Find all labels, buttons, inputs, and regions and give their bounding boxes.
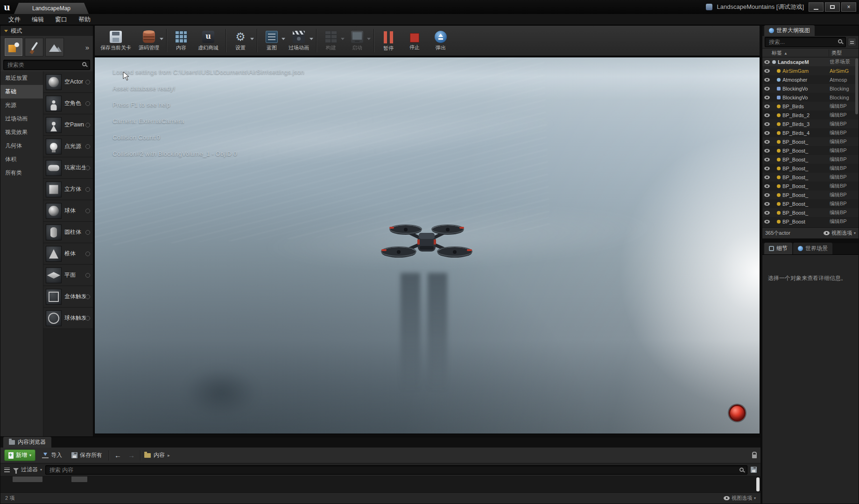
- record-button[interactable]: [729, 405, 746, 421]
- placement-category[interactable]: 过场动画: [0, 112, 43, 126]
- placement-category[interactable]: 体积: [0, 153, 43, 166]
- chevron-right-icon[interactable]: ▸: [168, 453, 170, 458]
- stop-button[interactable]: 停止: [402, 27, 429, 55]
- close-button[interactable]: ×: [841, 2, 856, 12]
- blueprints-button[interactable]: 蓝图: [260, 27, 286, 55]
- visibility-eye-icon[interactable]: [764, 202, 770, 206]
- actor-type-link[interactable]: 编辑BP: [830, 218, 859, 225]
- notification-icon[interactable]: [706, 4, 712, 10]
- actor-type-link[interactable]: 编辑BP: [830, 174, 859, 181]
- import-button[interactable]: 导入: [39, 450, 65, 461]
- visibility-eye-icon[interactable]: [764, 69, 770, 73]
- outliner-search-input[interactable]: [765, 37, 846, 47]
- actor-type-link[interactable]: 编辑BP: [830, 191, 859, 198]
- outliner-row[interactable]: BP_Boost_ 编辑BP: [762, 190, 859, 199]
- drag-grip-icon[interactable]: [85, 187, 90, 192]
- placement-category[interactable]: 基础: [0, 85, 43, 98]
- save-level-button[interactable]: 保存当前关卡: [98, 27, 136, 55]
- content-browser-tab[interactable]: 内容浏览器: [3, 437, 51, 448]
- placeable-item[interactable]: 空Actor: [43, 71, 93, 93]
- placeable-item[interactable]: 椎体: [43, 243, 93, 265]
- save-all-button[interactable]: 保存所有: [69, 450, 105, 461]
- outliner-row[interactable]: BP_Boost_ 编辑BP: [762, 164, 859, 173]
- level-tab[interactable]: LandscapeMap: [14, 3, 89, 14]
- minimize-button[interactable]: [809, 2, 824, 12]
- folder-item[interactable]: [71, 476, 87, 482]
- placeable-item[interactable]: 球体: [43, 200, 93, 222]
- visibility-eye-icon[interactable]: [764, 158, 770, 161]
- landscape-mode-button[interactable]: [45, 38, 64, 56]
- actor-type-link[interactable]: Blocking: [830, 95, 859, 100]
- actor-type-link[interactable]: 编辑BP: [830, 138, 859, 145]
- visibility-eye-icon[interactable]: [764, 131, 770, 135]
- modes-search-input[interactable]: [3, 60, 90, 70]
- save-search-icon[interactable]: [751, 467, 757, 473]
- visibility-eye-icon[interactable]: [764, 184, 770, 188]
- outliner-scrollbar[interactable]: [855, 58, 858, 114]
- settings-button[interactable]: 设置: [228, 27, 254, 55]
- visibility-eye-icon[interactable]: [764, 105, 770, 108]
- outliner-row[interactable]: BlockingVo Blocking: [762, 84, 859, 93]
- actor-type-link[interactable]: AirSimG: [830, 68, 859, 74]
- drag-grip-icon[interactable]: [85, 101, 90, 106]
- drag-grip-icon[interactable]: [85, 144, 90, 149]
- folder-item[interactable]: [13, 476, 42, 482]
- outliner-view-options-button[interactable]: 视图选项 ▾: [824, 230, 856, 237]
- filters-button[interactable]: 过滤器 ▾: [13, 466, 42, 474]
- placeable-item[interactable]: 玩家出生点: [43, 157, 93, 179]
- more-modes-button[interactable]: »: [85, 43, 89, 51]
- chevron-down-icon[interactable]: [310, 38, 313, 40]
- outliner-row[interactable]: BP_Boost_ 编辑BP: [762, 137, 859, 146]
- actor-type-link[interactable]: 编辑BP: [830, 182, 859, 189]
- placeable-item[interactable]: 盒体触发器: [43, 286, 93, 308]
- placement-category[interactable]: 所有类: [0, 166, 43, 180]
- outliner-options-icon[interactable]: [848, 38, 856, 46]
- chevron-down-icon[interactable]: [250, 38, 254, 40]
- drag-grip-icon[interactable]: [85, 80, 90, 84]
- outliner-row[interactable]: LandscapeM 世界场景: [762, 57, 859, 66]
- chevron-down-icon[interactable]: [282, 38, 285, 40]
- lock-icon[interactable]: [752, 455, 757, 458]
- breadcrumb[interactable]: 内容 ▸: [144, 451, 170, 459]
- visibility-eye-icon[interactable]: [764, 60, 770, 64]
- outliner-row[interactable]: BP_Boost 编辑BP: [762, 217, 859, 226]
- visibility-eye-icon[interactable]: [764, 113, 770, 117]
- outliner-row[interactable]: BP_Boost_ 编辑BP: [762, 155, 859, 164]
- place-mode-button[interactable]: [4, 38, 23, 56]
- drag-grip-icon[interactable]: [85, 273, 90, 278]
- world-settings-tab[interactable]: 世界场景: [793, 243, 832, 254]
- type-column-header[interactable]: 类型: [829, 49, 859, 56]
- placeable-item[interactable]: 立方体: [43, 179, 93, 200]
- visibility-eye-icon[interactable]: [764, 175, 770, 179]
- visibility-eye-icon[interactable]: [764, 193, 770, 197]
- outliner-row[interactable]: BP_Boost_ 编辑BP: [762, 208, 859, 217]
- cinematics-button[interactable]: 过场动画: [286, 27, 314, 55]
- drag-grip-icon[interactable]: [85, 252, 90, 256]
- actor-type-link[interactable]: 编辑BP: [830, 103, 859, 110]
- visibility-eye-icon[interactable]: [764, 149, 770, 153]
- visibility-eye-icon[interactable]: [764, 140, 770, 144]
- drag-grip-icon[interactable]: [85, 316, 90, 321]
- actor-type-link[interactable]: 编辑BP: [830, 147, 859, 154]
- content-scrollbar[interactable]: [756, 477, 760, 491]
- menu-item[interactable]: 文件: [3, 14, 26, 25]
- outliner-row[interactable]: BP_Birds_2 编辑BP: [762, 111, 859, 119]
- back-button[interactable]: ←: [113, 451, 123, 459]
- menu-item[interactable]: 编辑: [26, 14, 49, 25]
- eject-button[interactable]: 弹出: [429, 27, 455, 55]
- actor-type-link[interactable]: 编辑BP: [830, 209, 859, 216]
- chevron-down-icon[interactable]: [160, 38, 163, 40]
- menu-item[interactable]: 窗口: [49, 14, 73, 25]
- placeable-item[interactable]: 平面: [43, 265, 93, 286]
- actor-type-link[interactable]: 编辑BP: [830, 112, 859, 119]
- placeable-item[interactable]: 空角色: [43, 93, 93, 114]
- outliner-row[interactable]: BP_Boost_ 编辑BP: [762, 173, 859, 182]
- game-viewport[interactable]: Loaded settings from C:\Users\IUSL\Docum…: [94, 57, 760, 434]
- details-tab[interactable]: 细节: [764, 243, 792, 254]
- placement-category[interactable]: 最近放置: [0, 71, 43, 85]
- add-new-button[interactable]: 新增 ▾: [4, 449, 35, 461]
- outliner-row[interactable]: BP_Boost_ 编辑BP: [762, 146, 859, 155]
- content-search-input[interactable]: [45, 465, 747, 475]
- visibility-eye-icon[interactable]: [764, 96, 770, 99]
- actor-type-link[interactable]: 编辑BP: [830, 200, 859, 207]
